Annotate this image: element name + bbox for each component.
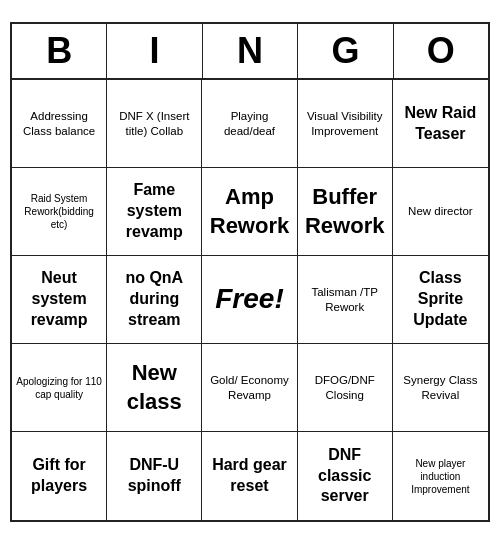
bingo-cell-22: Hard gear reset xyxy=(202,432,297,520)
bingo-cell-7: Amp Rework xyxy=(202,168,297,256)
bingo-cell-6: Fame system revamp xyxy=(107,168,202,256)
bingo-cell-4: New Raid Teaser xyxy=(393,80,488,168)
bingo-cell-12: Free! xyxy=(202,256,297,344)
bingo-cell-15: Apologizing for 110 cap quality xyxy=(12,344,107,432)
bingo-cell-5: Raid System Rework(bidding etc) xyxy=(12,168,107,256)
bingo-letter-i: I xyxy=(107,24,202,78)
bingo-cell-11: no QnA during stream xyxy=(107,256,202,344)
bingo-cell-2: Playing dead/deaf xyxy=(202,80,297,168)
bingo-cell-23: DNF classic server xyxy=(298,432,393,520)
bingo-cell-13: Talisman /TP Rework xyxy=(298,256,393,344)
bingo-letter-b: B xyxy=(12,24,107,78)
bingo-card: BINGO Addressing Class balanceDNF X (Ins… xyxy=(10,22,490,522)
bingo-cell-1: DNF X (Insert title) Collab xyxy=(107,80,202,168)
bingo-cell-10: Neut system revamp xyxy=(12,256,107,344)
bingo-header: BINGO xyxy=(12,24,488,80)
bingo-cell-19: Synergy Class Revival xyxy=(393,344,488,432)
bingo-cell-9: New director xyxy=(393,168,488,256)
bingo-cell-3: Visual Visibility Improvement xyxy=(298,80,393,168)
bingo-letter-n: N xyxy=(203,24,298,78)
bingo-cell-21: DNF-U spinoff xyxy=(107,432,202,520)
bingo-cell-17: Gold/ Economy Revamp xyxy=(202,344,297,432)
bingo-letter-o: O xyxy=(394,24,488,78)
bingo-cell-16: New class xyxy=(107,344,202,432)
bingo-cell-0: Addressing Class balance xyxy=(12,80,107,168)
bingo-cell-20: Gift for players xyxy=(12,432,107,520)
bingo-cell-18: DFOG/DNF Closing xyxy=(298,344,393,432)
bingo-cell-14: Class Sprite Update xyxy=(393,256,488,344)
bingo-cell-8: Buffer Rework xyxy=(298,168,393,256)
bingo-cell-24: New player induction Improvement xyxy=(393,432,488,520)
bingo-grid: Addressing Class balanceDNF X (Insert ti… xyxy=(12,80,488,520)
bingo-letter-g: G xyxy=(298,24,393,78)
